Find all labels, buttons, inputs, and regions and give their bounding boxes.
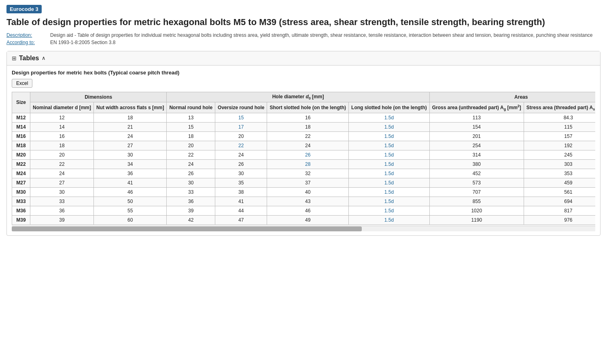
- cell-orh: 22: [215, 141, 267, 150]
- cell-s: 60: [94, 216, 167, 225]
- cell-as: 561: [524, 188, 595, 197]
- cell-s: 36: [94, 169, 167, 178]
- cell-lsh: 1.5d: [349, 113, 430, 123]
- cell-d: 36: [30, 206, 94, 216]
- cell-lsh: 1.5d: [349, 123, 430, 132]
- cell-lsh: 1.5d: [349, 197, 430, 206]
- cell-ag: 254: [429, 141, 524, 150]
- cell-s: 34: [94, 160, 167, 169]
- bottom-scrollbar[interactable]: [12, 226, 595, 231]
- cell-nrh: 30: [167, 178, 215, 188]
- cell-lsh: 1.5d: [349, 160, 430, 169]
- excel-button[interactable]: Excel: [12, 79, 32, 88]
- th-nominal-d: Nominal diameter d [mm]: [30, 102, 94, 113]
- cell-d: 20: [30, 150, 94, 160]
- cell-ag: 1190: [429, 216, 524, 225]
- table-row: M1616241820221.5d20115745.245.256.556.56…: [12, 132, 596, 141]
- cell-nrh: 18: [167, 132, 215, 141]
- cell-orh: 35: [215, 178, 267, 188]
- table-container[interactable]: Size Dimensions Hole diameter d0 [mm] Ar…: [12, 92, 595, 225]
- cell-d: 16: [30, 132, 94, 141]
- cell-size: M36: [12, 206, 30, 216]
- cell-s: 18: [94, 113, 167, 123]
- th-size: Size: [12, 92, 30, 113]
- cell-s: 46: [94, 188, 167, 197]
- cell-ssh: 22: [267, 132, 349, 141]
- cell-as: 459: [524, 178, 595, 188]
- table-row: M2424362630321.5d452353101.7101.7127.112…: [12, 169, 596, 178]
- col-group-row: Size Dimensions Hole diameter d0 [mm] Ar…: [12, 92, 596, 102]
- page-title: Table of design properties for metric he…: [6, 17, 601, 28]
- cell-nrh: 39: [167, 206, 215, 216]
- cell-ssh: 26: [267, 150, 349, 160]
- section-title: Tables: [19, 55, 39, 62]
- cell-as: 192: [524, 141, 595, 150]
- cell-d: 14: [30, 123, 94, 132]
- cell-ssh: 49: [267, 216, 349, 225]
- cell-size: M39: [12, 216, 30, 225]
- cell-ag: 452: [429, 169, 524, 178]
- section-content: Design properties for metric hex bolts (…: [7, 66, 600, 236]
- th-nut-width: Nut width across flats s [mm]: [94, 102, 167, 113]
- table-row: M2727413035371.5d573459132.2132.2165.216…: [12, 178, 596, 188]
- cell-as: 157: [524, 132, 595, 141]
- cell-d: 12: [30, 113, 94, 123]
- cell-size: M18: [12, 141, 30, 150]
- cell-nrh: 33: [167, 188, 215, 197]
- cell-d: 22: [30, 160, 94, 169]
- cell-nrh: 26: [167, 169, 215, 178]
- table-wrapper: Size Dimensions Hole diameter d0 [mm] Ar…: [12, 92, 595, 232]
- table-row: M1212181315161.5d11384.324.324.330.330.3…: [12, 113, 596, 123]
- table-row: M3636553944461.5d1020817235.3235.3294.12…: [12, 206, 596, 216]
- cell-ag: 573: [429, 178, 524, 188]
- th-normal-round: Normal round hole: [167, 102, 215, 113]
- cell-size: M16: [12, 132, 30, 141]
- cell-lsh: 1.5d: [349, 169, 430, 178]
- cell-ssh: 16: [267, 113, 349, 123]
- sub-header-row: Nominal diameter d [mm] Nut width across…: [12, 102, 596, 113]
- th-dimensions: Dimensions: [30, 92, 167, 102]
- cell-d: 30: [30, 188, 94, 197]
- cell-size: M30: [12, 188, 30, 197]
- cell-orh: 26: [215, 160, 267, 169]
- cell-as: 84.3: [524, 113, 595, 123]
- cell-lsh: 1.5d: [349, 150, 430, 160]
- th-gross-area: Gross area (unthreaded part) Ag [mm2]: [429, 102, 524, 113]
- table-icon: ⊞: [12, 55, 17, 61]
- cell-lsh: 1.5d: [349, 141, 430, 150]
- according-label[interactable]: According to:: [6, 40, 47, 45]
- th-long-slotted: Long slotted hole (on the length): [349, 102, 430, 113]
- cell-nrh: 13: [167, 113, 215, 123]
- cell-orh: 30: [215, 169, 267, 178]
- cell-as: 115: [524, 123, 595, 132]
- cell-ag: 855: [429, 197, 524, 206]
- cell-s: 41: [94, 178, 167, 188]
- cell-d: 18: [30, 141, 94, 150]
- cell-size: M20: [12, 150, 30, 160]
- collapse-icon[interactable]: ∧: [42, 55, 46, 61]
- data-table: Size Dimensions Hole diameter d0 [mm] Ar…: [12, 92, 595, 225]
- table-subtitle: Design properties for metric hex bolts (…: [12, 70, 595, 76]
- eurocode-badge: Eurocode 3: [6, 5, 42, 13]
- cell-as: 817: [524, 206, 595, 216]
- cell-nrh: 20: [167, 141, 215, 150]
- description-label[interactable]: Description:: [6, 32, 47, 38]
- cell-size: M12: [12, 113, 30, 123]
- cell-d: 33: [30, 197, 94, 206]
- table-row: M1818272022241.5d25419255.355.369.169.18…: [12, 141, 596, 150]
- table-row: M2020302224261.5d31424570.670.688.288.21…: [12, 150, 596, 160]
- cell-size: M33: [12, 197, 30, 206]
- cell-as: 353: [524, 169, 595, 178]
- cell-orh: 47: [215, 216, 267, 225]
- cell-ssh: 46: [267, 206, 349, 216]
- cell-orh: 38: [215, 188, 267, 197]
- description-row: Description: Design aid - Table of desig…: [6, 32, 601, 38]
- cell-s: 21: [94, 123, 167, 132]
- cell-s: 50: [94, 197, 167, 206]
- cell-size: M24: [12, 169, 30, 178]
- cell-ssh: 40: [267, 188, 349, 197]
- cell-orh: 44: [215, 206, 267, 216]
- cell-size: M27: [12, 178, 30, 188]
- description-value: Design aid - Table of design properties …: [50, 32, 593, 38]
- cell-lsh: 1.5d: [349, 178, 430, 188]
